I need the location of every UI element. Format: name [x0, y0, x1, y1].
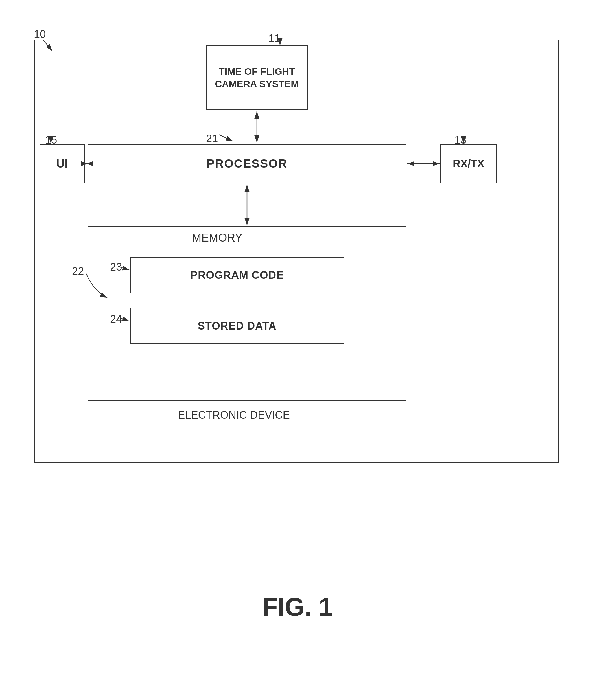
label-11: 11 — [268, 32, 280, 45]
diagram-container: 10 TIME OF FLIGHT CAMERA SYSTEM 11 UI 15… — [23, 23, 573, 502]
electronic-device-label: ELECTRONIC DEVICE — [178, 409, 290, 421]
ui-box: UI — [39, 144, 85, 183]
processor-label: PROCESSOR — [207, 157, 287, 170]
rxtx-label: RX/TX — [453, 158, 484, 170]
label-22: 22 — [72, 265, 84, 278]
stored-data-box: STORED DATA — [130, 308, 344, 344]
label-13: 13 — [454, 134, 466, 146]
label-21: 21 — [206, 133, 218, 145]
label-24: 24 — [110, 313, 122, 325]
tof-box: TIME OF FLIGHT CAMERA SYSTEM — [206, 45, 308, 110]
label-23: 23 — [110, 261, 122, 273]
processor-box: PROCESSOR — [87, 144, 406, 183]
figure-label: FIG. 1 — [262, 592, 333, 621]
stored-data-label: STORED DATA — [198, 320, 276, 332]
label-15: 15 — [45, 134, 57, 146]
rxtx-box: RX/TX — [440, 144, 497, 183]
tof-label: TIME OF FLIGHT CAMERA SYSTEM — [207, 65, 307, 90]
program-code-box: PROGRAM CODE — [130, 257, 344, 293]
ui-label: UI — [56, 157, 68, 170]
label-10: 10 — [34, 28, 46, 40]
program-code-label: PROGRAM CODE — [191, 269, 284, 281]
memory-title: MEMORY — [192, 231, 243, 244]
